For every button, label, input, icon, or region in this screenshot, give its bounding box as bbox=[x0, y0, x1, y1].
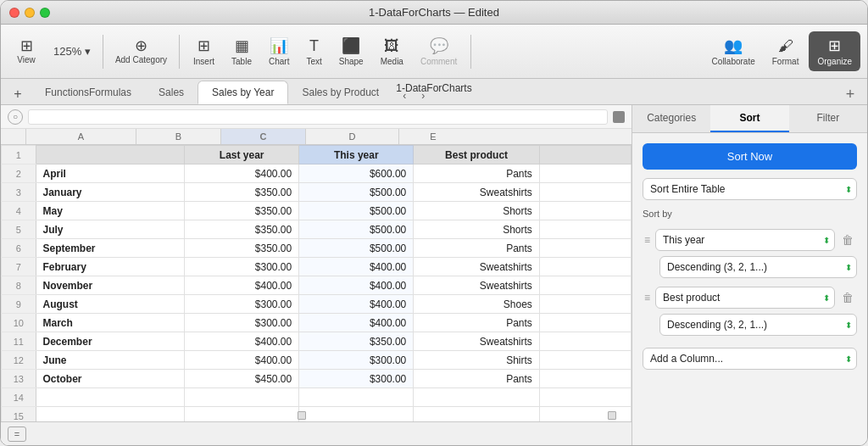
formula-circle[interactable]: ○ bbox=[8, 109, 23, 125]
cell-r8-c4[interactable] bbox=[539, 276, 631, 295]
cell-r6-c2[interactable]: $500.00 bbox=[299, 239, 414, 258]
tab-sales-by-year[interactable]: Sales by Year bbox=[198, 81, 288, 104]
sort-column-1-select[interactable]: This year bbox=[655, 229, 835, 251]
cell-r2-c0[interactable]: April bbox=[36, 164, 185, 183]
cell-r8-c3[interactable]: Sweatshirts bbox=[414, 276, 540, 295]
cell-r4-c2[interactable]: $500.00 bbox=[299, 202, 414, 220]
formula-toggle-button[interactable]: = bbox=[8, 426, 26, 442]
cell-r5-c0[interactable]: July bbox=[36, 220, 185, 239]
cell-r4-c4[interactable] bbox=[539, 202, 631, 220]
format-button[interactable]: 🖌 Format bbox=[765, 34, 806, 70]
cell-r7-c1[interactable]: $300.00 bbox=[185, 258, 299, 276]
cell-r5-c1[interactable]: $350.00 bbox=[185, 220, 299, 239]
sort-now-button[interactable]: Sort Now bbox=[643, 143, 857, 170]
delete-rule-1-button[interactable]: 🗑 bbox=[838, 231, 857, 248]
cell-r9-c2[interactable]: $400.00 bbox=[299, 295, 414, 314]
cell-r6-c1[interactable]: $350.00 bbox=[185, 239, 299, 258]
view-button[interactable]: ⊞ View bbox=[8, 35, 45, 68]
freeze-col-button[interactable] bbox=[613, 111, 625, 123]
cell-r12-c3[interactable]: Shirts bbox=[414, 351, 540, 370]
cell-r9-c0[interactable]: August bbox=[36, 295, 185, 314]
add-sheet-button[interactable]: + bbox=[8, 84, 28, 104]
cell-r13-c3[interactable]: Pants bbox=[414, 370, 540, 388]
cell-r2-c3[interactable]: Pants bbox=[414, 164, 540, 183]
cell-r2-c4[interactable] bbox=[539, 164, 631, 183]
cell-r10-c0[interactable]: March bbox=[36, 314, 185, 332]
tab-filter[interactable]: Filter bbox=[789, 105, 867, 132]
cell-r3-c0[interactable]: January bbox=[36, 183, 185, 202]
media-button[interactable]: 🖼 Media bbox=[374, 34, 410, 70]
cell-r15-c3[interactable] bbox=[414, 407, 540, 422]
cell-r2-c2[interactable]: $600.00 bbox=[299, 164, 414, 183]
zoom-button[interactable]: 125% ▾ bbox=[48, 42, 96, 60]
cell-r11-c1[interactable]: $400.00 bbox=[185, 332, 299, 351]
table-button[interactable]: ▦ Table bbox=[225, 33, 259, 70]
tab-functionsformulas[interactable]: FunctionsFormulas bbox=[31, 81, 145, 104]
organize-button[interactable]: ⊞ Organize bbox=[809, 31, 860, 71]
cell-r13-c1[interactable]: $450.00 bbox=[185, 370, 299, 388]
cell-r3-c1[interactable]: $350.00 bbox=[185, 183, 299, 202]
comment-button[interactable]: 💬 Comment bbox=[414, 33, 464, 70]
cell-r9-c3[interactable]: Shoes bbox=[414, 295, 540, 314]
add-sheet-right-button[interactable]: + bbox=[840, 84, 860, 104]
cell-r5-c3[interactable]: Shorts bbox=[414, 220, 540, 239]
cell-r13-c4[interactable] bbox=[539, 370, 631, 388]
cell-r9-c4[interactable] bbox=[539, 295, 631, 314]
cell-r14-c3[interactable] bbox=[414, 388, 540, 407]
cell-r7-c0[interactable]: February bbox=[36, 258, 185, 276]
cell-r10-c1[interactable]: $300.00 bbox=[185, 314, 299, 332]
collaborate-button[interactable]: 👥 Collaborate bbox=[705, 33, 762, 70]
cell-r4-c3[interactable]: Shorts bbox=[414, 202, 540, 220]
cell-r7-c3[interactable]: Sweatshirts bbox=[414, 258, 540, 276]
drag-handle-1[interactable]: ≡ bbox=[643, 232, 652, 248]
cell-r8-c2[interactable]: $400.00 bbox=[299, 276, 414, 295]
cell-r15-c0[interactable] bbox=[36, 407, 185, 422]
cell-r15-c4[interactable] bbox=[539, 407, 631, 422]
drag-handle-2[interactable]: ≡ bbox=[643, 290, 652, 305]
cell-r6-c0[interactable]: September bbox=[36, 239, 185, 258]
cell-r15-c2[interactable] bbox=[299, 407, 414, 422]
cell-r5-c4[interactable] bbox=[539, 220, 631, 239]
cell-r14-c0[interactable] bbox=[36, 388, 185, 407]
delete-rule-2-button[interactable]: 🗑 bbox=[838, 289, 857, 306]
table-container[interactable]: 1 Last year This year Best product 2Apri… bbox=[1, 145, 632, 421]
sort-order-1-select[interactable]: Descending (3, 2, 1...) bbox=[659, 256, 857, 278]
sort-scope-select[interactable]: Sort Entire Table bbox=[643, 178, 857, 200]
cell-r6-c4[interactable] bbox=[539, 239, 631, 258]
chart-button[interactable]: 📊 Chart bbox=[262, 33, 296, 70]
cell-r12-c4[interactable] bbox=[539, 351, 631, 370]
cell-r7-c4[interactable] bbox=[539, 258, 631, 276]
cell-r13-c0[interactable]: October bbox=[36, 370, 185, 388]
cell-r6-c3[interactable]: Pants bbox=[414, 239, 540, 258]
cell-r3-c2[interactable]: $500.00 bbox=[299, 183, 414, 202]
cell-r10-c2[interactable]: $400.00 bbox=[299, 314, 414, 332]
tab-sales[interactable]: Sales bbox=[145, 81, 198, 104]
cell-r14-c4[interactable] bbox=[539, 388, 631, 407]
cell-r9-c1[interactable]: $300.00 bbox=[185, 295, 299, 314]
cell-r12-c2[interactable]: $300.00 bbox=[299, 351, 414, 370]
cell-r3-c4[interactable] bbox=[539, 183, 631, 202]
insert-button[interactable]: ⊞ Insert bbox=[186, 33, 221, 70]
cell-r13-c2[interactable]: $300.00 bbox=[299, 370, 414, 388]
cell-r4-c0[interactable]: May bbox=[36, 202, 185, 220]
cell-r11-c4[interactable] bbox=[539, 332, 631, 351]
shape-button[interactable]: ⬛ Shape bbox=[332, 33, 370, 70]
cell-r5-c2[interactable]: $500.00 bbox=[299, 220, 414, 239]
sort-order-2-select[interactable]: Descending (3, 2, 1...) bbox=[659, 314, 857, 336]
cell-r12-c0[interactable]: June bbox=[36, 351, 185, 370]
minimize-button[interactable] bbox=[25, 8, 35, 18]
fullscreen-button[interactable] bbox=[40, 8, 50, 18]
cell-r14-c1[interactable] bbox=[185, 388, 299, 407]
tab-sort[interactable]: Sort bbox=[710, 105, 788, 132]
close-button[interactable] bbox=[9, 8, 19, 18]
cell-r11-c2[interactable]: $350.00 bbox=[299, 332, 414, 351]
sort-column-2-select[interactable]: Best product bbox=[655, 287, 835, 309]
cell-r8-c0[interactable]: November bbox=[36, 276, 185, 295]
add-category-button[interactable]: ⊕ Add Category bbox=[110, 35, 172, 68]
add-column-select[interactable]: Add a Column... bbox=[643, 348, 857, 370]
cell-r3-c3[interactable]: Sweatshirts bbox=[414, 183, 540, 202]
cell-r11-c0[interactable]: December bbox=[36, 332, 185, 351]
text-button[interactable]: T Text bbox=[299, 34, 328, 70]
cell-r7-c2[interactable]: $400.00 bbox=[299, 258, 414, 276]
cell-r2-c1[interactable]: $400.00 bbox=[185, 164, 299, 183]
